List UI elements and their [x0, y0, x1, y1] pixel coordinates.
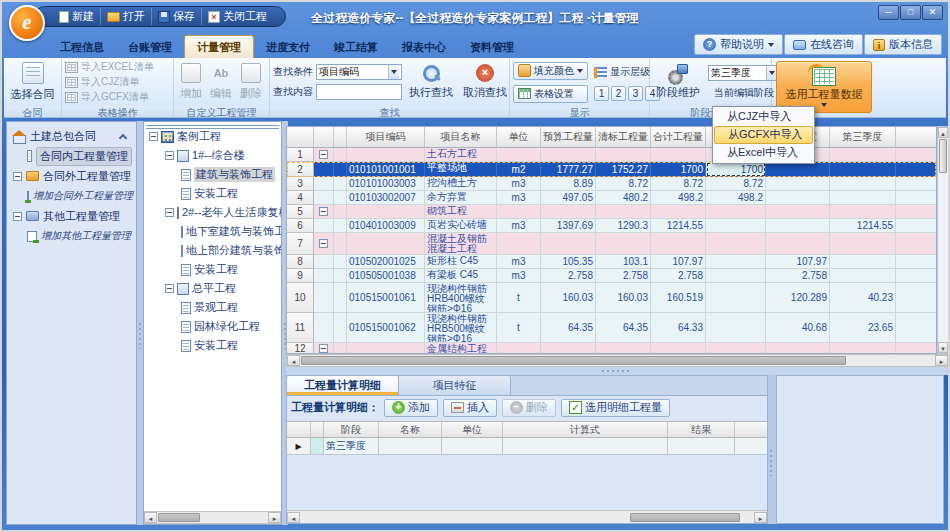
- tree-node[interactable]: 安装工程: [144, 336, 281, 355]
- grid-cell-code[interactable]: [347, 343, 425, 354]
- grid-expand-cell[interactable]: [314, 233, 334, 255]
- grid-header-cell[interactable]: 清标工程量: [596, 127, 651, 147]
- grid-expand-cell[interactable]: [314, 162, 334, 177]
- scrollbar-thumb[interactable]: [630, 513, 740, 522]
- grid-cell-total[interactable]: 64.33: [651, 313, 706, 343]
- grid-cell-q3[interactable]: 23.65: [830, 313, 896, 343]
- grid-cell-code[interactable]: 010101001001: [347, 162, 425, 177]
- grid-row-number[interactable]: 10: [287, 283, 314, 313]
- grid-cell-q2[interactable]: 107.97: [766, 255, 830, 269]
- tree-node[interactable]: 安装工程: [144, 260, 281, 279]
- scroll-right-icon[interactable]: ▸: [754, 512, 767, 523]
- grid-cell-blank[interactable]: [896, 255, 937, 269]
- grid-cell-q1[interactable]: [706, 343, 766, 354]
- grid-cell-bid[interactable]: 8.72: [596, 177, 651, 191]
- grid-indent-cell[interactable]: [334, 162, 347, 177]
- grid-expand-cell[interactable]: [314, 313, 334, 343]
- sidebar-item[interactable]: 其他工程量管理: [7, 206, 136, 226]
- scrollbar-thumb[interactable]: [301, 356, 846, 365]
- grid-cell-q3[interactable]: [830, 255, 896, 269]
- detail-header-cell[interactable]: [311, 422, 324, 437]
- grid-row[interactable]: 4010103002007余方弃置m3497.05480.2498.2498.2: [287, 191, 936, 205]
- tree-node[interactable]: 安装工程: [144, 184, 281, 203]
- grid-cell-unit[interactable]: m3: [497, 255, 541, 269]
- tree-node[interactable]: 1#--综合楼: [144, 146, 281, 165]
- context-menu-item[interactable]: 从Excel中导入: [714, 144, 813, 162]
- grid-expand-cell[interactable]: [314, 148, 334, 162]
- collapse-box-icon[interactable]: [319, 207, 328, 216]
- maximize-button[interactable]: □: [900, 5, 921, 20]
- grid-cell-unit[interactable]: [497, 148, 541, 162]
- grid-cell-unit[interactable]: m2: [497, 162, 541, 177]
- tree-node[interactable]: 园林绿化工程: [144, 317, 281, 336]
- grid-cell-code[interactable]: [347, 233, 425, 255]
- grid-cell-total[interactable]: 2.758: [651, 269, 706, 283]
- detail-delete-button[interactable]: 删除: [502, 399, 556, 417]
- grid-cell-code[interactable]: 010103002007: [347, 191, 425, 205]
- grid-cell-q3[interactable]: [830, 148, 896, 162]
- grid-row-number[interactable]: 1: [287, 148, 314, 162]
- detail-sub-cell[interactable]: [311, 438, 324, 454]
- collapse-box-icon[interactable]: [149, 132, 158, 141]
- scroll-left-icon[interactable]: ◂: [144, 512, 157, 523]
- grid-cell-q2[interactable]: [766, 177, 830, 191]
- context-menu-item[interactable]: 从GCFX中导入: [714, 126, 813, 144]
- grid-header-cell[interactable]: [896, 127, 937, 147]
- stage-maintain-button[interactable]: 阶段维护: [653, 60, 703, 104]
- grid-row[interactable]: 10010515001061现浇构件钢筋 HRB400螺纹钢筋>Φ16t160.…: [287, 283, 936, 313]
- grid-cell-blank[interactable]: [896, 191, 937, 205]
- grid-cell-blank[interactable]: [896, 205, 937, 219]
- grid-cell-blank[interactable]: [896, 233, 937, 255]
- grid-cell-q1[interactable]: [706, 283, 766, 313]
- help-button-info[interactable]: 版本信息: [864, 34, 942, 55]
- grid-expand-cell[interactable]: [314, 283, 334, 313]
- grid-indent-cell[interactable]: [334, 283, 347, 313]
- grid-cell-code[interactable]: [347, 205, 425, 219]
- tree-node[interactable]: 地上部分建筑与装饰工程: [144, 241, 281, 260]
- grid-indent-cell[interactable]: [334, 219, 347, 233]
- chevron-up-icon[interactable]: [119, 133, 127, 141]
- tree-node[interactable]: 总平工程: [144, 279, 281, 298]
- grid-cell-total[interactable]: 1214.55: [651, 219, 706, 233]
- delete-button[interactable]: 删除: [237, 60, 265, 104]
- grid-cell-blank[interactable]: [896, 148, 937, 162]
- context-menu-item[interactable]: 从CJZ中导入: [714, 108, 813, 126]
- collapse-box-icon[interactable]: [13, 212, 22, 221]
- grid-cell-unit[interactable]: m3: [497, 269, 541, 283]
- grid-indent-cell[interactable]: [334, 255, 347, 269]
- scrollbar-thumb[interactable]: [939, 139, 947, 173]
- grid-row[interactable]: 1土石方工程: [287, 148, 936, 162]
- table-settings-button[interactable]: 表格设置: [513, 85, 588, 103]
- detail-header-cell[interactable]: [735, 422, 768, 437]
- grid-cell-q2[interactable]: [766, 191, 830, 205]
- detail-header-cell[interactable]: 结果: [668, 422, 735, 437]
- grid-cell-blank[interactable]: [896, 177, 937, 191]
- search-content-input[interactable]: [316, 84, 402, 100]
- cancel-search-button[interactable]: 取消查找: [460, 60, 510, 104]
- chevron-down-icon[interactable]: [388, 65, 399, 79]
- grid-cell-name[interactable]: 余方弃置: [425, 191, 497, 205]
- grid-expand-cell[interactable]: [314, 191, 334, 205]
- grid-cell-budget[interactable]: 2.758: [541, 269, 596, 283]
- grid-cell-unit[interactable]: [497, 343, 541, 354]
- collapse-box-icon[interactable]: [165, 208, 174, 217]
- grid-cell-q3[interactable]: 1214.55: [830, 219, 896, 233]
- scroll-left-icon[interactable]: ◂: [287, 355, 300, 366]
- grid-cell-total[interactable]: 498.2: [651, 191, 706, 205]
- grid-cell-budget[interactable]: 105.35: [541, 255, 596, 269]
- grid-row[interactable]: 8010502001025矩形柱 C45m3105.35103.1107.971…: [287, 255, 936, 269]
- grid-cell-blank[interactable]: [896, 283, 937, 313]
- detail-tab[interactable]: 项目特征: [399, 376, 511, 395]
- grid-indent-cell[interactable]: [334, 343, 347, 354]
- tree-h-scrollbar[interactable]: ◂ ▸: [144, 511, 281, 524]
- menu-tab[interactable]: 竣工结算: [322, 36, 390, 58]
- grid-expand-cell[interactable]: [314, 177, 334, 191]
- grid-row[interactable]: 5砌筑工程: [287, 205, 936, 219]
- grid-cell-budget[interactable]: 497.05: [541, 191, 596, 205]
- grid-cell-name[interactable]: 页岩实心砖墙: [425, 219, 497, 233]
- menu-tab[interactable]: 报表中心: [390, 36, 458, 58]
- grid-cell-q1[interactable]: [706, 255, 766, 269]
- tree-node[interactable]: 2#--老年人生活康复楼: [144, 203, 281, 222]
- grid-cell-budget[interactable]: [541, 343, 596, 354]
- grid-row[interactable]: 2010101001001平整场地m21777.271752.271700170…: [287, 162, 936, 177]
